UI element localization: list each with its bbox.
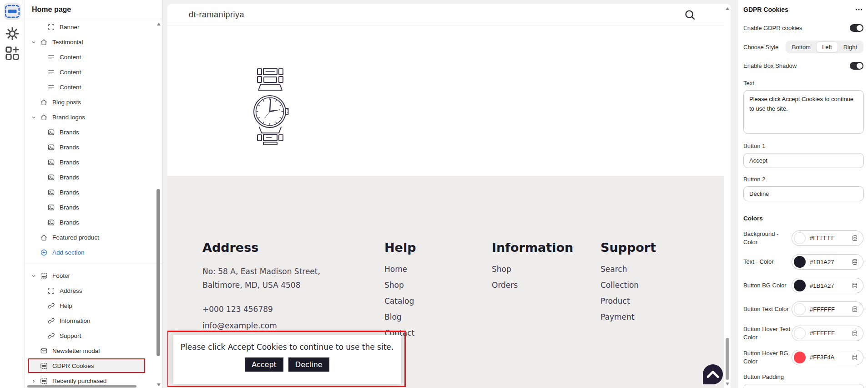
preview-scrollbar-thumb[interactable] — [726, 338, 729, 380]
chevron-down-icon[interactable] — [30, 39, 37, 46]
accept-cookies-button[interactable]: Accept — [245, 357, 283, 372]
preview-scroll-up-arrow[interactable] — [726, 7, 729, 10]
sidebar-item-brand-logos[interactable]: Brand logos — [25, 110, 156, 125]
sidebar-item-content[interactable]: Content — [25, 80, 156, 95]
button1-input[interactable] — [743, 153, 864, 168]
footer-link-catalog[interactable]: Catalog — [384, 296, 416, 306]
button2-input[interactable] — [743, 186, 864, 201]
sidebar-item-brands[interactable]: Brands — [25, 125, 156, 140]
sidebar-item-brands[interactable]: Brands — [25, 155, 156, 170]
editor-rail — [0, 0, 25, 388]
more-options-icon[interactable] — [854, 5, 863, 14]
sidebar-item-label: Brands — [60, 204, 79, 211]
decline-cookies-button[interactable]: Decline — [288, 357, 329, 372]
scroll-to-top-button[interactable] — [703, 364, 723, 384]
rail-apps-button[interactable] — [4, 45, 21, 62]
footer-link-payment[interactable]: Payment — [601, 312, 656, 322]
sidebar-item-brands[interactable]: Brands — [25, 185, 156, 200]
cookie-text-input[interactable]: Please click Accept Cookies to continue … — [743, 90, 864, 134]
sidebar-item-content[interactable]: Content — [25, 65, 156, 80]
color-swatch — [794, 232, 806, 244]
chevron-right-icon[interactable] — [30, 378, 37, 384]
footer-link-search[interactable]: Search — [601, 265, 656, 274]
sidebar-item-label: Address — [60, 287, 82, 294]
color-swatch — [794, 280, 806, 291]
database-icon[interactable] — [851, 258, 858, 265]
sidebar-item-label: Newsletter modal — [52, 347, 100, 354]
sidebar-item-support[interactable]: Support — [25, 328, 156, 343]
footer-link-collection[interactable]: Collection — [601, 281, 656, 290]
sidebar-item-gdpr-cookies[interactable]: GDPR Cookies — [25, 358, 156, 373]
color-swatch — [794, 352, 806, 363]
footer-link-shop[interactable]: Shop — [492, 265, 573, 274]
color-picker-field-button-hover-bg-color[interactable]: #FF3F4A — [792, 350, 863, 365]
style-option-left[interactable]: Left — [816, 41, 838, 52]
color-picker-field-button-hover-text-color[interactable]: #FFFFFF — [792, 326, 863, 341]
box-shadow-toggle[interactable] — [850, 62, 863, 70]
color-picker-field-background-color[interactable]: #FFFFFF — [792, 230, 863, 246]
sidebar-item-blog-posts[interactable]: Blog posts — [25, 95, 156, 110]
image-icon — [47, 143, 55, 151]
database-icon[interactable] — [851, 306, 858, 313]
rail-sections-button[interactable] — [4, 3, 21, 20]
sidebar-item-label: Content — [60, 84, 81, 91]
button-padding-input[interactable] — [743, 384, 864, 388]
database-icon[interactable] — [851, 282, 858, 289]
footer-icon — [40, 272, 48, 280]
sidebar-item-label: Recently purchased — [52, 378, 106, 384]
preview-scroll-down-arrow[interactable] — [726, 383, 729, 385]
button2-label: Button 2 — [743, 176, 863, 183]
image-icon — [47, 219, 55, 226]
enable-gdpr-toggle[interactable] — [850, 24, 863, 32]
panel-title: GDPR Cookies — [743, 6, 788, 13]
sidebar-item-address[interactable]: Address — [25, 283, 156, 298]
database-icon[interactable] — [851, 235, 858, 242]
rail-settings-button[interactable] — [4, 25, 21, 42]
color-setting-row: Background - Color#FFFFFF — [743, 230, 863, 246]
sidebar-item-newsletter-modal[interactable]: Newsletter modal — [25, 343, 156, 358]
footer-link-blog[interactable]: Blog — [384, 312, 416, 322]
sidebar-item-footer[interactable]: Footer — [25, 268, 156, 283]
footer-link-product[interactable]: Product — [601, 296, 656, 306]
sidebar-item-brands[interactable]: Brands — [25, 140, 156, 155]
home-icon — [40, 113, 48, 121]
color-picker-field-text-color[interactable]: #1B1A27 — [792, 254, 863, 270]
chevron-down-icon[interactable] — [30, 273, 37, 279]
color-picker-field-button-bg-color[interactable]: #1B1A27 — [792, 278, 863, 293]
color-picker-field-button-text-color[interactable]: #FFFFFF — [792, 301, 863, 317]
sidebar-scroll-down-arrow[interactable] — [157, 383, 161, 386]
style-option-right[interactable]: Right — [838, 41, 863, 52]
color-setting-row: Text - Color#1B1A27 — [743, 254, 863, 270]
sidebar-item-featured-product[interactable]: Featured product — [25, 230, 156, 245]
store-logo[interactable]: dt-ramanipriya — [189, 4, 244, 26]
sidebar-item-label: Brand logos — [52, 114, 85, 121]
sidebar-item-content[interactable]: Content — [25, 50, 156, 65]
chevron-down-icon[interactable] — [30, 114, 37, 121]
sidebar-scrollbar-thumb[interactable] — [156, 189, 160, 356]
sidebar-horizontal-scrollbar[interactable] — [27, 385, 136, 388]
footer-link-orders[interactable]: Orders — [492, 281, 573, 290]
database-icon[interactable] — [851, 354, 858, 361]
sidebar-item-banner[interactable]: Banner — [25, 20, 156, 35]
footer-column-help: HelpHomeShopCatalogBlogContact — [384, 240, 416, 344]
sidebar-item-add-section[interactable]: Add section — [25, 245, 156, 260]
mail-icon — [40, 347, 48, 355]
footer-link-shop[interactable]: Shop — [384, 281, 416, 290]
database-icon[interactable] — [851, 330, 858, 337]
footer-phone[interactable]: +000 123 456789 — [202, 305, 320, 314]
sidebar-item-label: Brands — [60, 189, 79, 196]
watch-illustration — [252, 67, 289, 145]
style-option-bottom[interactable]: Bottom — [787, 41, 816, 52]
footer-link-home[interactable]: Home — [384, 265, 416, 274]
sidebar-item-brands[interactable]: Brands — [25, 170, 156, 185]
sidebar-item-label: Add section — [52, 249, 85, 256]
footer-email[interactable]: info@example.com — [202, 321, 320, 330]
home-icon — [40, 38, 48, 46]
sidebar-item-brands[interactable]: Brands — [25, 215, 156, 230]
sidebar-item-testimonial[interactable]: Testimonial — [25, 35, 156, 50]
sidebar-item-brands[interactable]: Brands — [25, 200, 156, 215]
search-icon[interactable] — [684, 9, 696, 21]
sidebar-item-information[interactable]: Information — [25, 313, 156, 328]
sidebar-item-help[interactable]: Help — [25, 298, 156, 313]
sidebar-scroll-up-arrow[interactable] — [157, 23, 161, 26]
